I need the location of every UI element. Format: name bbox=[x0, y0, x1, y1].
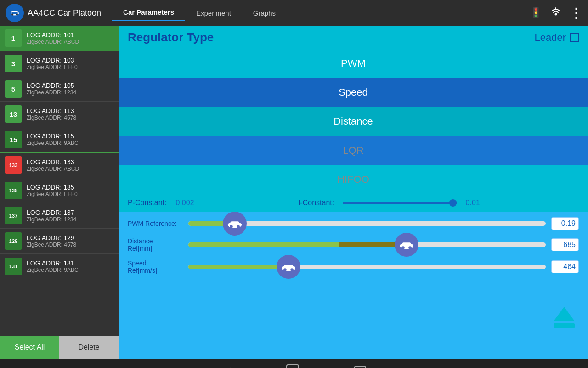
svg-rect-11 bbox=[231, 221, 239, 225]
i-constant-value: 0.01 bbox=[466, 199, 579, 207]
upload-arrow-icon bbox=[554, 307, 574, 321]
delete-button[interactable]: Delete bbox=[59, 336, 119, 359]
slider-thumb-0[interactable] bbox=[223, 212, 247, 236]
slider-row-0: PWM Reference: bbox=[128, 217, 579, 230]
reg-btn-speed[interactable]: Speed bbox=[119, 78, 588, 107]
svg-point-20 bbox=[290, 268, 294, 271]
car-item-1[interactable]: 3 LOG ADDR: 103 ZigBee ADDR: EFF0 bbox=[0, 51, 119, 76]
constants-row: P-Constant: 0.002 I-Constant: 0.01 bbox=[119, 194, 588, 212]
car-log-2: LOG ADDR: 105 bbox=[27, 82, 76, 89]
car-item-4[interactable]: 15 LOG ADDR: 115 ZigBee ADDR: 9ABC bbox=[0, 127, 119, 153]
recents-button[interactable] bbox=[354, 366, 366, 368]
regulator-header: Regulator Type Leader bbox=[119, 26, 588, 49]
car-zigbee-4: ZigBee ADDR: 9ABC bbox=[27, 140, 79, 146]
app-logo bbox=[6, 4, 24, 22]
slider-track-1[interactable] bbox=[188, 242, 546, 248]
bottom-nav: ◀ bbox=[0, 359, 588, 368]
reg-btn-hifoo[interactable]: HIFOO bbox=[119, 165, 588, 194]
car-badge-4: 15 bbox=[5, 131, 22, 148]
slider-value-1[interactable] bbox=[551, 238, 579, 251]
car-log-8: LOG ADDR: 129 bbox=[27, 234, 76, 242]
leader-checkbox[interactable] bbox=[570, 33, 579, 42]
main-layout: 1 LOG ADDR: 101 ZigBee ADDR: ABCD 3 LOG … bbox=[0, 26, 588, 359]
slider-thumb-1[interactable] bbox=[395, 233, 418, 257]
back-button[interactable]: ◀ bbox=[222, 364, 231, 368]
car-log-4: LOG ADDR: 115 bbox=[27, 132, 79, 140]
slider-label-2: Speed Ref[mm/s]: bbox=[128, 259, 183, 274]
car-log-0: LOG ADDR: 101 bbox=[27, 31, 79, 39]
car-badge-0: 1 bbox=[5, 29, 22, 47]
regulator-buttons: PWM Speed Distance LQR HIFOO bbox=[119, 49, 588, 194]
select-all-button[interactable]: Select All bbox=[0, 336, 59, 359]
car-item-3[interactable]: 13 LOG ADDR: 113 ZigBee ADDR: 4578 bbox=[0, 102, 119, 127]
car-badge-3: 13 bbox=[5, 105, 22, 123]
more-icon[interactable]: ⋮ bbox=[570, 6, 582, 21]
svg-point-3 bbox=[11, 13, 13, 15]
regulator-title: Regulator Type bbox=[128, 30, 214, 45]
svg-point-9 bbox=[230, 225, 233, 228]
p-constant-value: 0.002 bbox=[175, 199, 288, 207]
nav-tabs: Car Parameters Experiment Graphs bbox=[112, 5, 526, 21]
slider-value-2[interactable] bbox=[551, 260, 579, 273]
traffic-icon[interactable]: 🚦 bbox=[530, 7, 542, 19]
car-zigbee-8: ZigBee ADDR: 4578 bbox=[27, 242, 76, 248]
upload-button[interactable] bbox=[549, 303, 579, 332]
car-log-1: LOG ADDR: 103 bbox=[27, 57, 78, 64]
svg-point-19 bbox=[283, 268, 287, 271]
car-zigbee-9: ZigBee ADDR: 9ABC bbox=[27, 267, 79, 273]
slider-thumb-2[interactable] bbox=[277, 255, 300, 279]
car-item-2[interactable]: 5 LOG ADDR: 105 ZigBee ADDR: 1234 bbox=[0, 76, 119, 102]
car-log-6: LOG ADDR: 135 bbox=[27, 184, 78, 191]
slider-track-2[interactable] bbox=[188, 264, 546, 270]
svg-point-4 bbox=[16, 13, 18, 15]
i-constant-label: I-Constant: bbox=[298, 199, 334, 207]
tab-graphs[interactable]: Graphs bbox=[242, 5, 287, 21]
car-item-7[interactable]: 137 LOG ADDR: 137 ZigBee ADDR: 1234 bbox=[0, 203, 119, 229]
reg-btn-pwm[interactable]: PWM bbox=[119, 49, 588, 78]
sidebar-bottom: Select All Delete bbox=[0, 336, 119, 359]
svg-point-15 bbox=[408, 246, 412, 249]
car-badge-7: 137 bbox=[5, 207, 22, 224]
car-item-8[interactable]: 129 LOG ADDR: 129 ZigBee ADDR: 4578 bbox=[0, 229, 119, 254]
svg-point-5 bbox=[555, 13, 557, 16]
sidebar: 1 LOG ADDR: 101 ZigBee ADDR: ABCD 3 LOG … bbox=[0, 26, 119, 359]
car-log-7: LOG ADDR: 137 bbox=[27, 209, 76, 216]
car-zigbee-1: ZigBee ADDR: EFF0 bbox=[27, 64, 78, 70]
car-zigbee-3: ZigBee ADDR: 4578 bbox=[27, 115, 76, 121]
car-zigbee-0: ZigBee ADDR: ABCD bbox=[27, 39, 79, 45]
car-log-9: LOG ADDR: 131 bbox=[27, 259, 79, 267]
slider-label-1: Distance Ref[mm]: bbox=[128, 237, 183, 252]
svg-point-10 bbox=[237, 225, 240, 228]
svg-rect-16 bbox=[402, 242, 411, 246]
car-zigbee-7: ZigBee ADDR: 1234 bbox=[27, 216, 76, 223]
leader-label: Leader bbox=[534, 32, 579, 44]
slider-row-1: Distance Ref[mm]: bbox=[128, 237, 579, 252]
car-item-5[interactable]: 133 LOG ADDR: 133 ZigBee ADDR: ABCD bbox=[0, 153, 119, 178]
car-badge-2: 5 bbox=[5, 80, 22, 98]
reg-btn-distance[interactable]: Distance bbox=[119, 107, 588, 136]
p-constant-label: P-Constant: bbox=[128, 199, 166, 207]
tab-car-parameters[interactable]: Car Parameters bbox=[112, 5, 185, 21]
car-badge-1: 3 bbox=[5, 55, 22, 72]
home-button[interactable] bbox=[286, 364, 299, 368]
car-log-3: LOG ADDR: 113 bbox=[27, 107, 76, 115]
wifi-icon[interactable] bbox=[549, 5, 562, 21]
car-badge-6: 135 bbox=[5, 182, 22, 199]
slider-row-2: Speed Ref[mm/s]: bbox=[128, 259, 579, 274]
car-zigbee-2: ZigBee ADDR: 1234 bbox=[27, 89, 76, 96]
app-title: AA4CC Car Platoon bbox=[28, 8, 101, 18]
car-badge-8: 129 bbox=[5, 232, 22, 250]
svg-rect-21 bbox=[284, 264, 293, 268]
car-zigbee-6: ZigBee ADDR: EFF0 bbox=[27, 191, 78, 197]
slider-label-0: PWM Reference: bbox=[128, 220, 183, 227]
car-item-6[interactable]: 135 LOG ADDR: 135 ZigBee ADDR: EFF0 bbox=[0, 178, 119, 203]
slider-track-0[interactable] bbox=[188, 220, 546, 227]
reg-btn-lqr[interactable]: LQR bbox=[119, 136, 588, 165]
slider-value-0[interactable] bbox=[551, 217, 579, 230]
car-item-9[interactable]: 131 LOG ADDR: 131 ZigBee ADDR: 9ABC bbox=[0, 254, 119, 279]
car-item-0[interactable]: 1 LOG ADDR: 101 ZigBee ADDR: ABCD bbox=[0, 26, 119, 51]
topbar: AA4CC Car Platoon Car Parameters Experim… bbox=[0, 0, 588, 26]
tab-experiment[interactable]: Experiment bbox=[185, 5, 242, 21]
car-badge-5: 133 bbox=[5, 156, 22, 174]
sliders-section: PWM Reference: bbox=[119, 212, 588, 359]
